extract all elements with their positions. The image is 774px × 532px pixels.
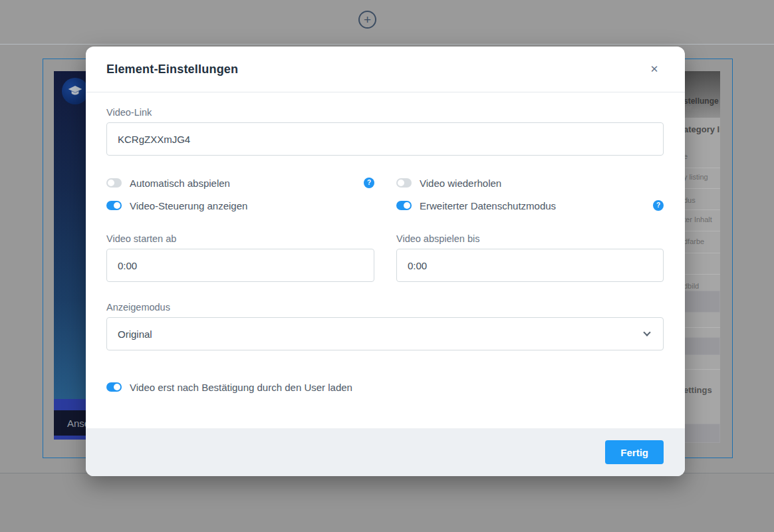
- add-element-button-top[interactable]: +: [358, 11, 376, 29]
- sidebar-divider: [682, 327, 720, 328]
- sidebar-divider: [682, 168, 720, 168]
- toggle-grid: Automatisch abspielen ? Video wiederhole…: [106, 178, 664, 211]
- sidebar-row[interactable]: dbild: [684, 282, 699, 290]
- end-time-input[interactable]: [396, 249, 664, 282]
- page: + + Anse stellunge ler... ategory list e…: [0, 0, 774, 532]
- privacy-help-icon[interactable]: ?: [653, 200, 664, 211]
- autoplay-toggle[interactable]: [106, 178, 122, 188]
- dialog-header: Element-Einstellungen ✕: [86, 47, 685, 92]
- confirm-load-toggle[interactable]: [106, 382, 122, 392]
- autoplay-row: Automatisch abspielen ?: [106, 178, 374, 188]
- dialog-body: Video-Link Automatisch abspielen ? Video…: [86, 92, 685, 428]
- display-mode-value: Original: [118, 329, 152, 340]
- sidebar-divider: [682, 274, 720, 275]
- sidebar-header-thumbnail: stellunge ler...: [682, 71, 720, 118]
- settings-sidebar-fragment: stellunge ler... ategory list e y listin…: [682, 71, 720, 443]
- question-glyph: ?: [367, 179, 371, 186]
- sidebar-divider: [682, 231, 720, 231]
- sidebar-swatch[interactable]: [682, 424, 720, 443]
- controls-toggle[interactable]: [106, 201, 122, 210]
- loop-toggle[interactable]: [396, 178, 412, 188]
- done-button[interactable]: Fertig: [605, 440, 664, 464]
- sidebar-row[interactable]: dus: [684, 196, 696, 204]
- element-settings-dialog: Element-Einstellungen ✕ Video-Link Autom…: [86, 47, 685, 476]
- display-mode-label: Anzeigemodus: [106, 302, 664, 313]
- sidebar-divider: [682, 209, 720, 210]
- sidebar-swatch[interactable]: [682, 337, 720, 355]
- start-time-field: Video starten ab: [106, 233, 374, 282]
- sidebar-settings-row[interactable]: ettings: [684, 385, 712, 395]
- background-top-section: +: [0, 0, 774, 45]
- confirm-load-label: Video erst nach Bestätigung durch den Us…: [130, 382, 352, 393]
- privacy-toggle[interactable]: [396, 201, 412, 210]
- time-fields: Video starten ab Video abspielen bis: [106, 233, 664, 282]
- autoplay-label: Automatisch abspielen: [130, 178, 230, 189]
- privacy-row: Erweiterter Datenschutzmodus ?: [396, 200, 664, 211]
- toggle-knob: [114, 202, 120, 209]
- sidebar-divider: [682, 369, 720, 370]
- chevron-down-icon: [643, 329, 650, 336]
- privacy-label: Erweiterter Datenschutzmodus: [420, 200, 556, 211]
- controls-label: Video-Steuerung anzeigen: [130, 200, 247, 211]
- close-icon: ✕: [650, 63, 659, 74]
- plus-icon: +: [364, 13, 371, 26]
- graduation-cap-badge: [62, 78, 88, 104]
- sidebar-divider: [682, 253, 720, 253]
- start-time-label: Video starten ab: [106, 233, 374, 244]
- autoplay-help-icon[interactable]: ?: [364, 178, 374, 188]
- question-glyph: ?: [656, 201, 660, 209]
- sidebar-header-subtext: ler...: [684, 103, 699, 112]
- controls-row: Video-Steuerung anzeigen: [106, 200, 374, 211]
- end-time-label: Video abspielen bis: [396, 233, 664, 244]
- start-time-input[interactable]: [106, 249, 374, 282]
- display-mode-select[interactable]: Original: [106, 317, 664, 350]
- toggle-knob: [404, 202, 410, 209]
- confirm-load-row: Video erst nach Bestätigung durch den Us…: [106, 382, 664, 392]
- toggle-knob: [108, 180, 114, 186]
- close-button[interactable]: ✕: [648, 63, 661, 76]
- sidebar-row[interactable]: dfarbe: [684, 237, 704, 245]
- loop-label: Video wiederholen: [420, 178, 501, 189]
- toggle-knob: [114, 384, 120, 390]
- dialog-title: Element-Einstellungen: [106, 63, 238, 76]
- video-link-input[interactable]: [106, 122, 664, 156]
- graduation-cap-icon: [66, 82, 84, 100]
- loop-row: Video wiederholen: [396, 178, 664, 188]
- sidebar-swatch[interactable]: [682, 291, 720, 313]
- background-bottom-section: +: [0, 473, 774, 532]
- video-link-label: Video-Link: [106, 107, 664, 118]
- sidebar-divider: [682, 188, 720, 189]
- sidebar-category-row[interactable]: ategory list: [684, 124, 720, 134]
- dialog-footer: Fertig: [86, 428, 685, 476]
- sidebar-row[interactable]: ter Inhalt: [684, 215, 712, 223]
- toggle-knob: [398, 180, 404, 186]
- sidebar-row[interactable]: y listing: [684, 173, 708, 181]
- end-time-field: Video abspielen bis: [396, 233, 664, 282]
